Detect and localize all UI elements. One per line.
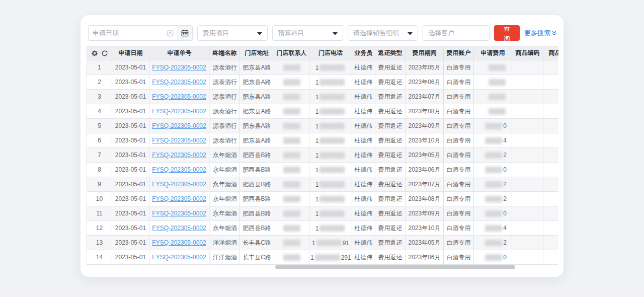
column-header[interactable]: 业务员: [352, 46, 375, 60]
date-input[interactable]: 申请日期: [88, 25, 178, 41]
apply-fee-cell: 4: [474, 221, 512, 236]
store-contact-cell: [274, 163, 309, 177]
table-row: 5 2023-05-01 FYSQ-202305-0002 源泰酒行 肥东县A路: [87, 119, 559, 133]
column-header[interactable]: 终端名称: [210, 46, 240, 60]
redacted-phone: [316, 240, 342, 246]
column-header[interactable]: 申请费用: [474, 46, 512, 60]
store-phone-cell: 1: [309, 192, 352, 206]
circle-x-icon[interactable]: [167, 30, 174, 37]
order-no-link[interactable]: FYSQ-202305-0002: [152, 122, 206, 129]
search-button[interactable]: 查询: [494, 25, 520, 41]
store-address-cell: 肥西县B路: [240, 163, 274, 177]
return-type-cell: 费用返还: [375, 192, 406, 206]
fee-account-cell: 白酒专用: [444, 104, 474, 119]
fee-account-cell: 白酒专用: [444, 192, 474, 206]
store-phone-cell: 1: [309, 148, 352, 163]
store-phone-cell: 1: [309, 177, 352, 192]
date-input-placeholder: 申请日期: [93, 29, 167, 38]
row-number-cell: 4: [87, 104, 112, 119]
salesman-cell: 杜德伟: [352, 148, 375, 163]
product-code-cell: [512, 60, 543, 75]
redacted-phone: [319, 181, 345, 188]
redacted-fee: [485, 240, 502, 246]
redacted-fee: [489, 108, 506, 115]
customer-input[interactable]: [428, 29, 484, 37]
order-no-link[interactable]: FYSQ-202305-0002: [152, 181, 206, 188]
apply-date-cell: 2023-05-01: [112, 90, 149, 104]
fee-account-cell: 白酒专用: [444, 250, 474, 265]
column-header[interactable]: 申请日期: [112, 46, 149, 60]
order-no-cell: FYSQ-202305-0002: [149, 177, 210, 192]
apply-date-cell: 2023-05-01: [112, 163, 149, 177]
store-address-cell: 肥西县B路: [240, 192, 274, 206]
return-type-cell: 费用返还: [375, 75, 406, 90]
column-header[interactable]: 费用账户: [444, 46, 474, 60]
column-header[interactable]: 门店联系人: [274, 46, 309, 60]
terminal-name-cell: 永年烟酒: [210, 221, 240, 236]
order-no-cell: FYSQ-202305-0002: [149, 104, 210, 119]
store-contact-cell: [274, 133, 309, 148]
table-row: 8 2023-05-01 FYSQ-202305-0002 永年烟酒 肥西县B路: [87, 163, 559, 177]
order-no-link[interactable]: FYSQ-202305-0002: [152, 254, 206, 261]
salesman-cell: 杜德伟: [352, 163, 375, 177]
return-type-cell: 费用返还: [375, 206, 406, 221]
apply-fee-cell: 2: [474, 236, 512, 250]
order-no-cell: FYSQ-202305-0002: [149, 221, 210, 236]
sales-org-select[interactable]: 请选择销售组织: [348, 25, 418, 41]
return-type-cell: 费用返还: [375, 60, 406, 75]
redacted-phone: [319, 196, 345, 202]
apply-fee-cell: 0: [474, 163, 512, 177]
return-type-cell: 费用返还: [375, 236, 406, 250]
column-header[interactable]: 申请单号: [149, 46, 210, 60]
row-number-cell: 6: [87, 133, 112, 148]
column-header[interactable]: 商品编码: [512, 46, 543, 60]
salesman-cell: 杜德伟: [352, 75, 375, 90]
column-header[interactable]: 返还类型: [375, 46, 406, 60]
order-no-link[interactable]: FYSQ-202305-0002: [152, 210, 206, 217]
terminal-name-cell: 源泰酒行: [210, 90, 240, 104]
order-no-link[interactable]: FYSQ-202305-0002: [152, 137, 206, 144]
product-code-cell: [512, 206, 543, 221]
row-number-cell: 5: [87, 119, 112, 133]
product-code-cell: [512, 148, 543, 163]
refresh-icon[interactable]: [101, 50, 108, 57]
salesman-cell: 杜德伟: [352, 90, 375, 104]
horizontal-scrollbar[interactable]: [275, 265, 515, 269]
order-no-link[interactable]: FYSQ-202305-0002: [152, 93, 206, 100]
redacted-fee: [485, 254, 502, 261]
fee-period-cell: 2023年09月: [406, 119, 444, 133]
column-header[interactable]: 商品名称: [543, 46, 559, 60]
store-contact-cell: [274, 90, 309, 104]
budget-subject-select[interactable]: 预算科目: [272, 25, 343, 41]
order-no-link[interactable]: FYSQ-202305-0002: [152, 225, 206, 232]
table-row: 14 2023-05-01 FYSQ-202305-0002 洋洋烟酒 长丰县C…: [87, 250, 559, 265]
product-code-cell: [512, 192, 543, 206]
more-search-link[interactable]: 更多搜索: [524, 29, 556, 38]
store-phone-cell: 1: [309, 221, 352, 236]
salesman-cell: 杜德伟: [352, 206, 375, 221]
redacted-phone: [315, 254, 340, 261]
column-header[interactable]: 门店电话: [309, 46, 352, 60]
expense-item-select[interactable]: 费用项目: [197, 25, 268, 41]
order-no-link[interactable]: FYSQ-202305-0002: [152, 64, 206, 71]
order-no-link[interactable]: FYSQ-202305-0002: [152, 166, 206, 173]
column-header[interactable]: 费用期间: [406, 46, 444, 60]
sales-org-placeholder: 请选择销售组织: [353, 29, 399, 38]
order-no-link[interactable]: FYSQ-202305-0002: [152, 108, 206, 115]
apply-date-cell: 2023-05-01: [112, 133, 149, 148]
redacted-contact: [283, 181, 300, 188]
order-no-link[interactable]: FYSQ-202305-0002: [152, 79, 206, 86]
calendar-icon[interactable]: [178, 25, 193, 41]
redacted-phone: [319, 79, 345, 86]
order-no-link[interactable]: FYSQ-202305-0002: [152, 239, 206, 246]
order-no-link[interactable]: FYSQ-202305-0002: [152, 152, 206, 159]
terminal-name-cell: 永年烟酒: [210, 163, 240, 177]
apply-date-cell: 2023-05-01: [112, 104, 149, 119]
row-number-cell: 12: [87, 221, 112, 236]
column-header[interactable]: 门店地址: [240, 46, 274, 60]
return-type-cell: 费用返还: [375, 133, 406, 148]
fee-account-cell: 白酒专用: [444, 75, 474, 90]
gear-icon[interactable]: [91, 50, 98, 57]
order-no-link[interactable]: FYSQ-202305-0002: [152, 195, 206, 202]
table-row: 11 2023-05-01 FYSQ-202305-0002 永年烟酒 肥西县B…: [87, 206, 559, 221]
